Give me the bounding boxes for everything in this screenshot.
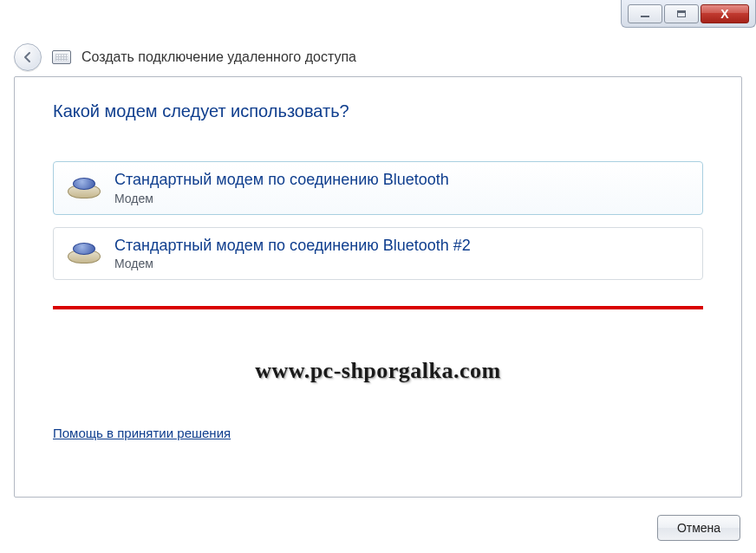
option-title: Стандартный модем по соединению Bluetoot…	[114, 237, 471, 256]
question-heading: Какой модем следует использовать?	[53, 101, 703, 121]
back-arrow-icon	[21, 50, 35, 64]
main-panel: Какой модем следует использовать? Станда…	[14, 76, 742, 498]
close-button[interactable]: X	[701, 4, 749, 23]
minimize-button[interactable]	[628, 4, 662, 23]
window-controls: X	[621, 0, 756, 28]
option-subtitle: Модем	[114, 257, 471, 270]
option-text: Стандартный модем по соединению Bluetoot…	[114, 171, 449, 205]
annotation-underline	[53, 306, 703, 309]
modem-icon	[68, 178, 101, 198]
modem-option-1[interactable]: Стандартный модем по соединению Bluetoot…	[53, 161, 703, 215]
maximize-button[interactable]	[664, 4, 699, 23]
wizard-header: Создать подключение удаленного доступа	[14, 42, 742, 73]
modem-options: Стандартный модем по соединению Bluetoot…	[53, 161, 703, 309]
keyboard-icon	[52, 50, 71, 64]
option-subtitle: Модем	[114, 192, 449, 205]
watermark-text: www.pc-shporgalka.com	[53, 358, 703, 384]
option-text: Стандартный модем по соединению Bluetoot…	[114, 237, 471, 271]
footer: Отмена	[657, 515, 740, 541]
option-title: Стандартный модем по соединению Bluetoot…	[114, 171, 449, 190]
help-link[interactable]: Помощь в принятии решения	[53, 426, 231, 440]
modem-icon	[68, 243, 101, 263]
wizard-title: Создать подключение удаленного доступа	[81, 49, 356, 65]
back-button[interactable]	[14, 43, 42, 71]
modem-option-2[interactable]: Стандартный модем по соединению Bluetoot…	[53, 227, 703, 281]
cancel-button[interactable]: Отмена	[657, 515, 740, 541]
